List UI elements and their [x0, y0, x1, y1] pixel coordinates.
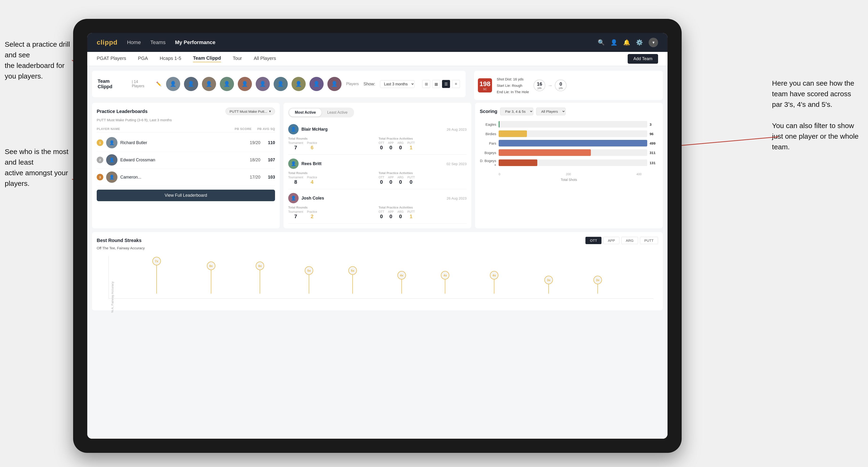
subnav-allplayers[interactable]: All Players	[254, 56, 276, 62]
streak-dot-1: 7x	[152, 257, 161, 294]
ott-stat-2: OTT 0	[379, 176, 384, 185]
search-icon[interactable]: 🔍	[598, 39, 605, 46]
player-avatar-3[interactable]: 👤	[202, 77, 216, 91]
nav-myperformance[interactable]: My Performance	[175, 39, 215, 45]
table-row: 2 👤 Edward Crossman 18/20 107	[97, 151, 275, 168]
activity-stats-2: Total Rounds Tournament 8 Practice 4	[288, 171, 467, 185]
arrow-right-icon: →	[548, 83, 552, 88]
settings-icon[interactable]: ⚙️	[636, 39, 643, 46]
scoring-card: Scoring Par 3, 4 & 5s All Players Eagles	[475, 103, 663, 228]
total-rounds-group-1: Total Rounds Tournament 7 Practice 6	[288, 137, 376, 151]
activity-player-header-3: 👤 Josh Coles 26 Aug 2023	[288, 193, 467, 203]
axis-200: 200	[566, 173, 571, 176]
player-avatar-lb-3: 👤	[106, 172, 118, 183]
arg-stat-3: ARG 0	[398, 210, 404, 220]
streak-dot-6: 4x	[398, 271, 406, 294]
rank-badge-2: 2	[97, 157, 103, 163]
list-item: 👤 Rees Britt 02 Sep 2023 Total Rounds To…	[288, 155, 467, 189]
total-practice-label-1: Total Practice Activities	[379, 137, 467, 140]
svg-line-2	[672, 137, 778, 146]
view-grid-icon[interactable]: ⊞	[422, 80, 430, 88]
tablet-screen: clippd Home Teams My Performance 🔍 👤 🔔 ⚙…	[87, 33, 668, 439]
chart-xlabel: Total Shots	[480, 178, 658, 182]
subnav-hcaps[interactable]: Hcaps 1-5	[160, 56, 181, 62]
activity-name-3: Josh Coles	[302, 196, 444, 201]
bar-value-birdies: 96	[650, 132, 658, 136]
show-select[interactable]: Last 3 months	[380, 80, 415, 88]
bar-label-pars: Pars	[480, 141, 496, 145]
player-avg-3: 103	[268, 175, 275, 180]
subnav-teamclippd[interactable]: Team Clippd	[193, 55, 221, 62]
annotation-top-left: Select a practice drill and seethe leade…	[5, 39, 75, 81]
nav-home[interactable]: Home	[127, 39, 141, 45]
total-practice-group-1: Total Practice Activities OTT 0 APP 0	[379, 137, 467, 151]
drill-dropdown[interactable]: PUTT Must Make Putt... ▾	[225, 107, 275, 115]
player-avatar-5[interactable]: 👤	[238, 77, 252, 91]
bar-track-bogeys	[499, 149, 647, 156]
player-avatar-10[interactable]: 👤	[328, 77, 342, 91]
leaderboard-subtitle: PUTT Must Make Putting (3-6 ft), Last 3 …	[97, 118, 275, 122]
bar-row-pars: Pars 499	[480, 140, 658, 147]
most-active-tab[interactable]: Most Active	[289, 108, 321, 117]
add-team-button[interactable]: Add Team	[628, 54, 658, 64]
col-score: PB SCORE	[235, 127, 252, 131]
score-info: Shot Dist: 16 yds Start Lie: Rough End L…	[497, 76, 529, 95]
tournament-stat-1: Tournament 7	[288, 141, 303, 151]
streaks-filter-app[interactable]: APP	[603, 237, 619, 244]
player-name-1: Richard Butler	[120, 140, 247, 145]
player-avatar-9[interactable]: 👤	[309, 77, 323, 91]
subnav-pga[interactable]: PGA	[138, 56, 148, 62]
table-row: 1 👤 Richard Butler 19/20 110	[97, 134, 275, 151]
bar-label-eagles: Eagles	[480, 122, 496, 126]
scoring-filter-players[interactable]: All Players	[536, 107, 566, 115]
player-avatar-2[interactable]: 👤	[184, 77, 198, 91]
show-label: Show:	[364, 82, 375, 87]
player-avatar-7[interactable]: 👤	[274, 77, 288, 91]
annotation-bottom-left: See who is the most and leastactive amon…	[5, 146, 75, 189]
axis-400: 400	[637, 173, 642, 176]
subnav-pgat[interactable]: PGAT Players	[97, 56, 126, 62]
subnav-tour[interactable]: Tour	[233, 56, 242, 62]
putt-stat-1: PUTT 1	[407, 141, 415, 151]
navbar-icons: 🔍 👤 🔔 ⚙️ ▾	[598, 38, 658, 47]
nav-teams[interactable]: Teams	[150, 39, 165, 45]
leaderboard-title: Practice Leaderboards	[97, 109, 148, 114]
rounds-row-3: Tournament 7 Practice 2	[288, 210, 376, 220]
practice-row-1: OTT 0 APP 0 ARG 0	[379, 141, 467, 151]
least-active-tab[interactable]: Least Active	[321, 108, 353, 117]
streaks-filter-putt[interactable]: PUTT	[640, 237, 658, 244]
view-grid2-icon[interactable]: ▦	[432, 80, 440, 88]
bell-icon[interactable]: 🔔	[623, 39, 630, 46]
player-avatar-1[interactable]: 👤	[166, 77, 180, 91]
player-avatar-4[interactable]: 👤	[220, 77, 234, 91]
activity-avatar-2: 👤	[288, 158, 299, 169]
activity-player-header-2: 👤 Rees Britt 02 Sep 2023	[288, 158, 467, 169]
total-practice-group-2: Total Practice Activities OTT 0 APP 0	[379, 171, 467, 185]
axis-0: 0	[499, 173, 500, 176]
view-list-icon[interactable]: ☰	[442, 80, 450, 88]
streaks-filter-ott[interactable]: OTT	[585, 237, 601, 244]
score-circle-0: 0 yds	[555, 80, 566, 91]
user-avatar[interactable]: ▾	[649, 38, 658, 47]
player-name-3: Cameron...	[120, 175, 247, 180]
bar-fill-dbogeys	[499, 159, 537, 166]
bar-fill-eagles	[499, 121, 500, 128]
putt-stat-3: PUTT 1	[407, 210, 415, 220]
streaks-filter-arg[interactable]: ARG	[621, 237, 638, 244]
scoring-filter-par[interactable]: Par 3, 4 & 5s	[500, 107, 533, 115]
view-chart-icon[interactable]: ≡	[452, 80, 460, 88]
navbar-brand: clippd	[97, 39, 118, 46]
activity-stats-1: Total Rounds Tournament 7 Practice 6	[288, 137, 467, 151]
player-avatar-8[interactable]: 👤	[291, 77, 306, 91]
view-full-leaderboard-button[interactable]: View Full Leaderboard	[97, 190, 275, 201]
streaks-subtitle: Off The Tee, Fairway Accuracy	[97, 246, 658, 250]
person-icon[interactable]: 👤	[611, 39, 618, 46]
player-name-2: Edward Crossman	[120, 158, 247, 162]
bar-track-eagles	[499, 121, 647, 128]
bar-value-bogeys: 311	[650, 151, 658, 155]
bar-value-pars: 499	[650, 141, 658, 145]
practice-row-3: OTT 0 APP 0 ARG 0	[379, 210, 467, 220]
streak-dot-8: 4x	[490, 271, 498, 294]
player-avatar-6[interactable]: 👤	[256, 77, 270, 91]
edit-icon[interactable]: ✏️	[156, 81, 161, 87]
